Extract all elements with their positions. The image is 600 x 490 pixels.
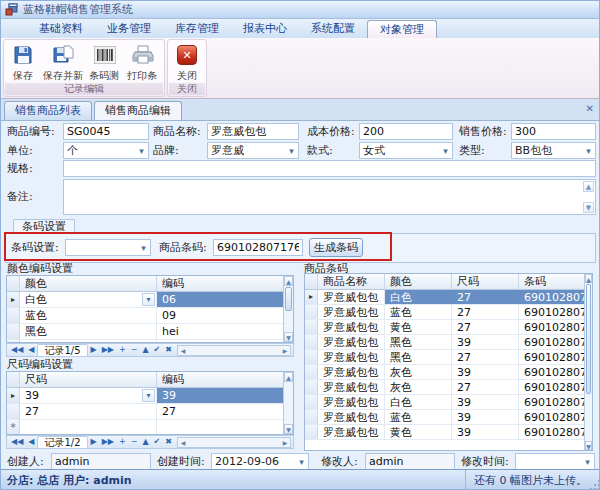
barcode-grid: 商品名称 颜色 尺码 条码 ▸ 罗意威包包 白色 27 690102807176…	[304, 273, 593, 451]
color-grid-row[interactable]: 蓝色 09	[7, 308, 285, 324]
ribbon-tab-basic-data[interactable]: 基础资料	[27, 20, 95, 38]
ribbon-tab-bar: 基础资料 业务管理 库存管理 报表中心 系统配置 对象管理	[1, 19, 600, 38]
creator-input[interactable]	[51, 453, 151, 470]
product-barcode-input[interactable]	[213, 239, 303, 256]
scroll-up-icon[interactable]: ▲	[585, 274, 592, 283]
barcode-grid-row[interactable]: 罗意威包包 灰色 39 690102807176...	[305, 365, 586, 380]
column-header-barcode[interactable]: 条码	[519, 274, 586, 289]
product-name-input[interactable]	[207, 123, 299, 140]
barcode-grid-row[interactable]: 罗意威包包 蓝色 27 690102807176...	[305, 305, 586, 320]
scroll-down-icon[interactable]: ▼	[284, 332, 293, 342]
scroll-left-icon[interactable]: ◀	[178, 346, 188, 355]
row-indicator-arrow-icon: ▸	[7, 292, 20, 307]
tab-close-icon[interactable]: ✕	[586, 103, 594, 114]
nav-edit-icon[interactable]: ▲	[140, 344, 150, 356]
cell-dropdown-icon[interactable]: ▾	[142, 293, 155, 306]
product-no-input[interactable]	[63, 123, 149, 140]
remark-textarea[interactable]: ▲ ▼	[63, 179, 596, 215]
nav-post-icon[interactable]: ✔	[152, 344, 163, 356]
barcode-grid-scrollbar[interactable]: ▲ ▼	[584, 274, 592, 450]
close-label: 关闭	[177, 69, 197, 83]
nav-hscrollbar[interactable]: ◀ ▶	[177, 437, 291, 448]
size-grid-row-selected[interactable]: ▸ 39 ▾ 39	[7, 388, 285, 404]
scroll-up-icon[interactable]: ▲	[284, 276, 293, 286]
nav-add-icon[interactable]: +	[117, 344, 128, 356]
nav-first-icon[interactable]: ◀◀	[9, 436, 25, 448]
scroll-down-icon[interactable]: ▼	[284, 424, 293, 434]
tab-product-edit[interactable]: 销售商品编辑	[94, 101, 182, 120]
cell-dropdown-icon[interactable]: ▾	[142, 389, 155, 402]
barcode-grid-row[interactable]: 罗意威包包 白色 39 690102807176...	[305, 395, 586, 410]
barcode-grid-row[interactable]: 罗意威包包 灰色 27 690102807176...	[305, 380, 586, 395]
nav-next-icon[interactable]: ▶	[89, 436, 99, 448]
scroll-right-icon[interactable]: ▶	[280, 346, 290, 355]
nav-prev-icon[interactable]: ◀	[26, 344, 36, 356]
barcode-grid-row[interactable]: 罗意威包包 黑色 27 690102807176...	[305, 350, 586, 365]
nav-next-icon[interactable]: ▶	[89, 344, 99, 356]
color-grid-scrollbar[interactable]: ▲ ▼	[283, 276, 293, 342]
brand-select[interactable]: 罗意威▾	[207, 142, 299, 159]
nav-last-icon[interactable]: ▶▶	[100, 436, 116, 448]
column-header-product-name[interactable]: 商品名称	[318, 274, 385, 289]
color-grid-row[interactable]: 黑色 hei	[7, 324, 285, 340]
style-select[interactable]: 女式▾	[359, 142, 453, 159]
nav-delete-icon[interactable]: −	[129, 436, 140, 448]
nav-add-icon[interactable]: +	[117, 436, 128, 448]
barcode-grid-row[interactable]: 罗意威包包 蓝色 39 690102807176...	[305, 410, 586, 425]
generate-barcode-button[interactable]: 生成条码	[309, 238, 363, 257]
ribbon-tab-reports[interactable]: 报表中心	[231, 20, 299, 38]
nav-prev-icon[interactable]: ◀	[26, 436, 36, 448]
column-header-size[interactable]: 尺码	[452, 274, 519, 289]
barcode-grid-row[interactable]: 罗意威包包 黄色 39 690102807176...	[305, 425, 586, 440]
column-header-color[interactable]: 颜色	[385, 274, 452, 289]
nav-hscrollbar[interactable]: ◀ ▶	[177, 345, 291, 356]
size-grid-scrollbar[interactable]: ▲ ▼	[283, 372, 293, 434]
scroll-down-icon[interactable]: ▼	[583, 202, 594, 213]
scroll-right-icon[interactable]: ▶	[280, 438, 290, 447]
ribbon-tab-business[interactable]: 业务管理	[95, 20, 163, 38]
barcode-grid-row[interactable]: 罗意威包包 黄色 27 690102807176...	[305, 320, 586, 335]
modifier-input[interactable]	[365, 453, 455, 470]
color-grid-row-selected[interactable]: ▸ 白色 ▾ 06	[7, 292, 285, 308]
modify-time-select[interactable]: ▾	[515, 453, 595, 470]
barcode-grid-row-selected[interactable]: ▸ 罗意威包包 白色 27 690102807176...	[305, 290, 586, 305]
chevron-down-icon: ▾	[137, 243, 150, 253]
ribbon-tab-object-manage[interactable]: 对象管理	[367, 20, 437, 38]
ribbon-tab-inventory[interactable]: 库存管理	[163, 20, 231, 38]
save-button[interactable]: 保存	[6, 42, 40, 84]
barcode-settings-tab[interactable]: 条码设置	[13, 219, 75, 234]
nav-cancel-icon[interactable]: ✖	[163, 436, 174, 448]
close-button[interactable]: ✕ 关闭	[170, 42, 204, 84]
scroll-up-icon[interactable]: ▲	[284, 372, 293, 382]
size-grid-new-row[interactable]: *	[7, 420, 285, 435]
nav-edit-icon[interactable]: ▲	[140, 436, 150, 448]
unit-select[interactable]: 个▾	[63, 142, 149, 159]
nav-last-icon[interactable]: ▶▶	[100, 344, 116, 356]
sale-price-input[interactable]	[511, 123, 596, 140]
size-grid-row[interactable]: 27 27	[7, 404, 285, 420]
column-header-code[interactable]: 编码	[157, 372, 285, 387]
chevron-down-icon: ▾	[581, 457, 594, 467]
scroll-left-icon[interactable]: ◀	[178, 438, 188, 447]
ribbon-group-close: ✕ 关闭 关闭	[167, 39, 207, 97]
nav-cancel-icon[interactable]: ✖	[163, 344, 174, 356]
column-header-code[interactable]: 编码	[157, 276, 285, 291]
tab-product-list[interactable]: 销售商品列表	[4, 101, 92, 120]
scroll-thumb[interactable]	[586, 284, 591, 394]
type-select[interactable]: BB包包▾	[511, 142, 596, 159]
nav-delete-icon[interactable]: −	[129, 344, 140, 356]
cost-price-input[interactable]	[359, 123, 453, 140]
create-time-select[interactable]: 2012-09-06▾	[211, 453, 309, 470]
nav-post-icon[interactable]: ✔	[152, 436, 163, 448]
column-header-size[interactable]: 尺码	[20, 372, 157, 387]
barcode-grid-row[interactable]: 罗意威包包 黑色 39 690102807176...	[305, 335, 586, 350]
scroll-thumb[interactable]	[285, 287, 292, 311]
barcode-setting-select[interactable]: ▾	[65, 239, 151, 256]
spec-input[interactable]	[63, 160, 596, 177]
size-grid: 尺码 编码 ▸ 39 ▾ 39 27 27 * ▲ ▼	[6, 371, 294, 435]
scroll-up-icon[interactable]: ▲	[583, 181, 594, 192]
ribbon-tab-system-config[interactable]: 系统配置	[299, 20, 367, 38]
column-header-color[interactable]: 颜色	[20, 276, 157, 291]
scroll-down-icon[interactable]: ▼	[585, 441, 592, 450]
nav-first-icon[interactable]: ◀◀	[9, 344, 25, 356]
